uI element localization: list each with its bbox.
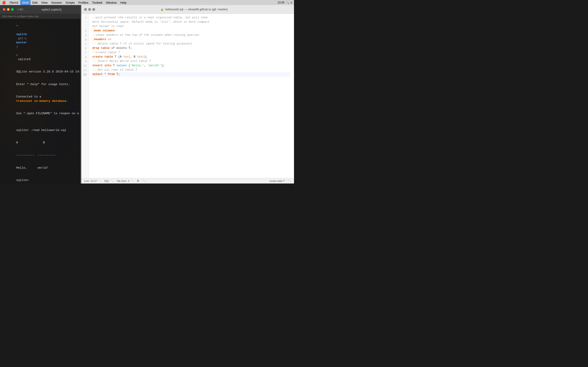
code-comment-9: -- Insert Hello World into table T	[92, 59, 151, 64]
menu-bar: 🍎 iTerm2 Shell Edit View Session Scripts…	[0, 0, 294, 5]
terminal-status-text: Click here to configure status bar	[2, 15, 39, 18]
maximize-button[interactable]	[11, 8, 14, 11]
menubar-time: 13:33	[277, 1, 284, 4]
line-num-10: 10	[81, 64, 88, 68]
code-comment-1c: but harder to read	[92, 24, 123, 29]
terminal-line-use: Use ".open FILENAME" to reopen on a pers…	[2, 107, 78, 120]
line-num-5: 5	[81, 42, 88, 46]
statusbar-line-arrows[interactable]: ⌃⌄	[98, 180, 101, 182]
prompt-branch: master	[16, 41, 27, 44]
code-headers: .headers	[92, 37, 108, 42]
code-drop: drop table	[92, 46, 110, 50]
menubar-session[interactable]: Session	[49, 0, 64, 5]
statusbar-line-label: Line:	[84, 180, 90, 182]
line-num-7: 7	[81, 50, 88, 55]
terminal-line-prompt3: sqlite>	[2, 174, 78, 184]
code-select: select	[92, 72, 103, 77]
code-comment-1b: more horizontal space. Default mode is '…	[92, 20, 209, 24]
code-insert-5: );	[161, 64, 165, 68]
prompt3-text: sqlite>	[16, 178, 30, 182]
menubar-scripts[interactable]: Scripts	[64, 0, 77, 5]
terminal-line-sep: ---------- ----------	[2, 149, 78, 162]
close-button[interactable]	[3, 8, 6, 11]
version-text: SQLite version 3.28.0 2019-04-15 14:49:4…	[16, 70, 80, 73]
code-string-1: 'Hello,'	[130, 64, 144, 68]
code-mode: .mode columns	[92, 29, 115, 33]
minimize-button[interactable]	[7, 8, 10, 11]
code-drop-2: if exists T;	[110, 46, 132, 50]
code-line-1b: more horizontal space. Default mode is '…	[92, 20, 290, 24]
menubar-shell[interactable]: Shell	[20, 0, 31, 5]
menubar-profiles[interactable]: Profiles	[77, 0, 90, 5]
editor-content: 1 · · 2 3 4 5 6 7 8 9 10 11 12 --will pr…	[81, 14, 294, 178]
editor-pane: 🔒 helloworld.sql — silvae86.github.io (g…	[81, 5, 294, 184]
menubar-edit[interactable]: Edit	[31, 0, 39, 5]
code-create-2: T (A	[113, 55, 123, 59]
connected-text: Connected to a	[16, 95, 43, 98]
code-select-2: *	[103, 72, 108, 77]
menubar-window[interactable]: Window	[104, 0, 118, 5]
statusbar-language-text: SQL	[104, 180, 109, 182]
main-layout: ⌥⌘1 sqlite3 (sqlite3) Click here to conf…	[0, 5, 294, 184]
code-line-1c: but harder to read	[92, 24, 290, 29]
statusbar-language[interactable]: SQL ⌃⌄	[104, 180, 114, 182]
code-insert-2: T	[111, 64, 117, 68]
editor-titlebar: 🔒 helloworld.sql — silvae86.github.io (g…	[81, 5, 294, 14]
terminal-status-bar[interactable]: Click here to configure status bar	[0, 14, 80, 19]
code-area[interactable]: --will present the results in a neat org…	[89, 14, 294, 178]
code-line-3: --shows headers at the top of the column…	[92, 33, 290, 37]
terminal-line-empty	[2, 120, 78, 124]
line-num-9: 9	[81, 59, 88, 64]
editor-title: 🔒 helloworld.sql — silvae86.github.io (g…	[97, 8, 291, 11]
code-type-1: text	[123, 55, 130, 59]
code-select-3: T;	[115, 72, 120, 77]
statusbar-lang-arrows[interactable]: ⌃⌄	[110, 180, 114, 182]
code-line-5: -- delete table T if it exists (good for…	[92, 42, 290, 46]
connected-bold: transient in-memory database.	[16, 99, 68, 103]
line-num-dot2: ·	[81, 24, 88, 29]
editor-max-btn[interactable]	[92, 8, 95, 11]
prompt-dir: sqlite	[16, 33, 27, 36]
statusbar-tabsize-value[interactable]: 4	[128, 180, 129, 182]
code-create-3: , B	[130, 55, 137, 59]
code-line-4: .headers on	[92, 37, 290, 42]
traffic-lights	[3, 8, 14, 11]
col-a: A B	[16, 141, 45, 144]
terminal-content[interactable]: ➜ sqlite git:( master ) ✗ sqlite3 SQLite…	[0, 19, 80, 184]
terminal-line-connected: Connected to a transient in-memory datab…	[2, 91, 78, 107]
statusbar-line-value[interactable]: 12:17	[90, 180, 97, 182]
statusbar-tab-arrows[interactable]: ⌃⌄	[130, 180, 134, 182]
line-numbers: 1 · · 2 3 4 5 6 7 8 9 10 11 12	[81, 14, 89, 178]
menubar-iterm2[interactable]: iTerm2	[8, 0, 20, 5]
statusbar-function-text: create table T	[269, 180, 285, 182]
menubar-view[interactable]: View	[39, 0, 49, 5]
line-num-12: 12	[81, 72, 88, 77]
prompt-space	[16, 28, 20, 32]
statusbar-gear-icon[interactable]: ⚙	[137, 179, 139, 183]
code-comment-3: --shows headers at the top of the column…	[92, 33, 199, 37]
help-text: Enter ".help" for usage hints.	[16, 83, 70, 86]
code-line-8: create table T (A text , B text );	[92, 55, 290, 59]
prompt-git2: )	[16, 45, 18, 48]
menubar-right: 13:33 🔍 ≡	[277, 1, 292, 4]
statusbar-tabsize: Tab Size: 4 ⌃⌄	[116, 180, 134, 182]
editor-close-btn[interactable]	[84, 8, 87, 11]
prompt-arrow: ➜	[16, 24, 18, 27]
statusbar-right: create table T ⌃⌄	[269, 180, 291, 182]
code-on: on	[108, 37, 111, 42]
apple-menu[interactable]: 🍎	[2, 1, 6, 4]
code-type-2: text	[137, 55, 144, 59]
code-insert: insert into	[92, 64, 111, 68]
editor-min-btn[interactable]	[88, 8, 91, 11]
menubar-control-icon[interactable]: ≡	[291, 1, 292, 4]
statusbar-gear-arrows[interactable]: ⌃⌄	[142, 180, 146, 182]
terminal-pane: ⌥⌘1 sqlite3 (sqlite3) Click here to conf…	[0, 5, 80, 184]
statusbar-right-arrows[interactable]: ⌃⌄	[288, 180, 291, 182]
separator-text: ---------- ----------	[16, 153, 56, 157]
editor-lock-icon: 🔒	[160, 8, 164, 11]
menubar-toolbelt[interactable]: Toolbelt	[90, 0, 104, 5]
statusbar-tabsize-label: Tab Size:	[116, 180, 127, 182]
menubar-search-icon[interactable]: 🔍	[286, 1, 289, 4]
menubar-help[interactable]: Help	[119, 0, 128, 5]
code-insert-4: ,	[144, 64, 147, 68]
